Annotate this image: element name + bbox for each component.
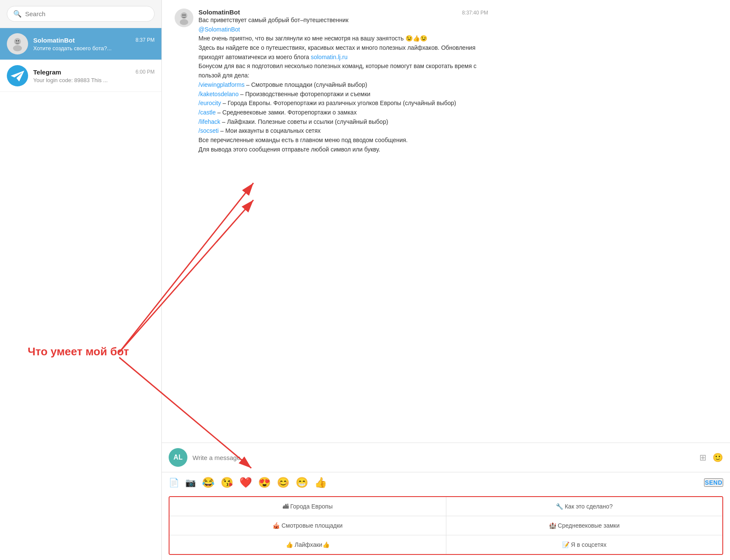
search-bar: 🔍 [0,0,161,28]
emoji-smile[interactable]: 😊 [277,477,290,489]
input-row: AL ⊞ 🙂 [162,443,730,472]
chat-time-telegram: 6:00 PM [135,69,155,75]
toolbar-row: 📄 📷 😂 😘 ❤️ 😍 😊 😁 👍 SEND [162,472,730,493]
keyboard-row-1: 🏙 Города Европы 🔧 Как это сделано? [170,497,722,516]
emoji-heart[interactable]: ❤️ [239,477,252,489]
emoji-icon[interactable]: 🙂 [713,452,723,463]
message-text: Вас приветствует самый добрый бот–путеше… [198,16,488,154]
svg-point-4 [181,12,187,19]
link-castle[interactable]: /castle [198,109,216,116]
chat-list: SolomatinBot 8:37 PM Хотите создать свое… [0,28,161,560]
svg-point-5 [180,19,188,25]
avatar-solomatinbot [7,33,28,54]
chat-preview-telegram: Your login code: 89883 This ... [33,77,155,83]
chat-preview-solomatinbot: Хотите создать своего бота?... [33,45,155,51]
svg-point-2 [16,40,17,41]
keyboard-btn-viewingplatforms[interactable]: 🎪 Смотровые площадки [170,516,446,535]
bot-avatar-chat [175,9,193,27]
camera-icon[interactable]: 📷 [185,477,196,488]
messages-area: SolomatinBot 8:37:40 PM Вас приветствует… [162,0,730,443]
chat-item-telegram[interactable]: Telegram 6:00 PM Your login code: 89883 … [0,60,161,92]
chat-time-solomatinbot: 8:37 PM [135,37,155,43]
message-time: 8:37:40 PM [462,10,488,16]
send-button[interactable]: SEND [704,478,723,487]
link-lifehack[interactable]: /lifehack [198,118,220,125]
avatar-telegram [7,65,28,86]
message-sender-name: SolomatinBot [198,9,240,16]
link-kaketosdelano[interactable]: /kaketosdelano [198,91,239,97]
emoji-grin[interactable]: 😁 [296,477,308,489]
link-eurocity[interactable]: /eurocity [198,100,221,106]
svg-point-3 [18,40,19,41]
attach-file-icon[interactable]: 📄 [169,477,179,488]
emoji-kiss[interactable]: 😘 [221,477,233,489]
chat-item-solomatinbot[interactable]: SolomatinBot 8:37 PM Хотите создать свое… [0,28,161,60]
keyboard-btn-lifehack[interactable]: 👍 Лайфхаки👍 [170,535,446,554]
chat-name-telegram: Telegram [33,69,61,76]
sidebar: 🔍 SolomatinBot [0,0,162,560]
emoji-laugh[interactable]: 😂 [202,477,215,489]
svg-point-0 [14,38,21,45]
bot-keyboard: 🏙 Города Европы 🔧 Как это сделано? 🎪 Смо… [169,496,723,555]
svg-point-7 [184,14,186,16]
search-input-wrap[interactable]: 🔍 [7,6,155,22]
input-icons: ⊞ 🙂 [699,452,723,463]
chat-info-telegram: Telegram 6:00 PM Your login code: 89883 … [33,69,155,83]
user-avatar: AL [169,448,187,467]
message-input[interactable] [193,454,694,461]
chat-name-solomatinbot: SolomatinBot [33,37,75,44]
keyboard-btn-eurocity[interactable]: 🏙 Города Европы [170,497,446,516]
keyboard-btn-castle[interactable]: 🏰 Средневековые замки [446,516,723,535]
search-input[interactable] [25,10,148,17]
link-solomatin[interactable]: solomatin.lj.ru [311,54,348,60]
keyboard-row-2: 🎪 Смотровые площадки 🏰 Средневековые зам… [170,516,722,535]
emoji-thumbsup[interactable]: 👍 [314,477,327,489]
link-solomatinbot[interactable]: @SolomatinBot [198,26,240,33]
keyboard-row-3: 👍 Лайфхаки👍 📝 Я в соцсетях [170,535,722,554]
emoji-love[interactable]: 😍 [258,477,271,489]
link-viewingplatforms[interactable]: /viewingplatforms [198,81,244,88]
svg-point-1 [13,45,22,51]
message-bubble-bot: SolomatinBot 8:37:40 PM Вас приветствует… [198,9,488,154]
input-area: AL ⊞ 🙂 📄 📷 😂 😘 ❤️ 😍 😊 😁 👍 SEND [162,443,730,560]
link-socseti[interactable]: /socseti [198,127,218,134]
keyboard-icon[interactable]: ⊞ [699,452,707,463]
svg-point-6 [182,14,184,16]
search-icon: 🔍 [13,10,22,18]
keyboard-btn-kaketosdelano[interactable]: 🔧 Как это сделано? [446,497,723,516]
chat-info-solomatinbot: SolomatinBot 8:37 PM Хотите создать свое… [33,37,155,51]
message-row-bot: SolomatinBot 8:37:40 PM Вас приветствует… [175,9,717,154]
chat-panel: SolomatinBot 8:37:40 PM Вас приветствует… [162,0,730,560]
keyboard-btn-socseti[interactable]: 📝 Я в соцсетях [446,535,723,554]
